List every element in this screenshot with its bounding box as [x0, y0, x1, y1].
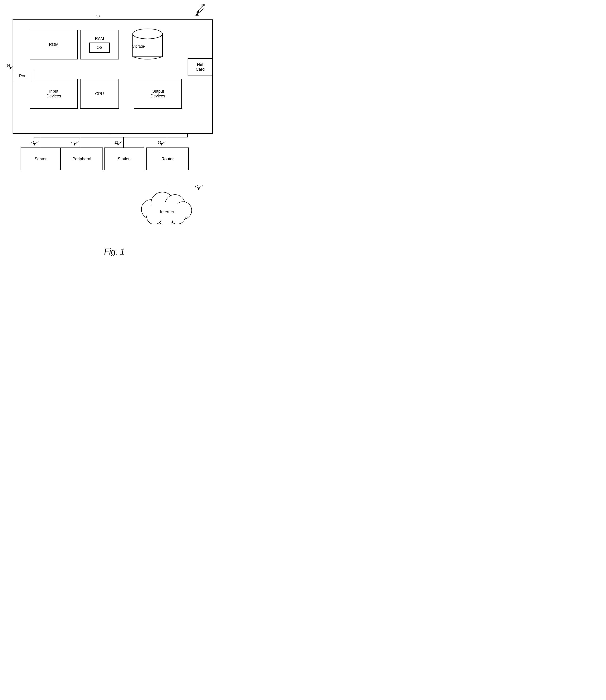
svg-marker-36 — [73, 143, 76, 145]
peripheral-box: Peripheral — [61, 147, 103, 170]
svg-marker-37 — [117, 143, 119, 145]
svg-point-41 — [133, 29, 162, 39]
svg-marker-39 — [197, 187, 200, 190]
fig-label: Fig. 1 — [80, 247, 149, 257]
diagram: 10 10 12 18 22 24 25 20 30 34 — [0, 0, 229, 264]
ref38-arrow — [159, 141, 168, 147]
rom-box: ROM — [30, 30, 78, 59]
port-box: Port — [13, 70, 33, 82]
internet-cloud: Internet — [133, 184, 197, 224]
svg-text:Storage: Storage — [132, 44, 145, 48]
ram-box: RAM OS — [80, 30, 119, 59]
port-label: Port — [19, 74, 26, 78]
storage-cylinder: Storage — [131, 27, 167, 61]
station-box: Station — [104, 147, 144, 170]
peripheral-label: Peripheral — [72, 156, 91, 162]
os-box: OS — [89, 43, 110, 53]
output-devices-label: Output Devices — [150, 89, 165, 99]
output-devices-box: Output Devices — [134, 79, 182, 108]
net-card-box: Net Card — [188, 58, 213, 75]
router-box: Router — [146, 147, 189, 170]
svg-text:Internet: Internet — [160, 210, 174, 214]
svg-marker-28 — [9, 67, 12, 69]
station-label: Station — [118, 156, 131, 162]
svg-marker-35 — [33, 143, 36, 145]
ref44-arrow — [72, 141, 81, 147]
rom-label: ROM — [49, 42, 59, 47]
ref10-label: 10 — [201, 3, 205, 7]
server-label: Server — [34, 156, 47, 162]
ref40-arrow — [196, 185, 205, 191]
input-devices-box: Input Devices — [30, 79, 78, 108]
net-card-label: Net Card — [195, 62, 205, 72]
ref42-arrow — [32, 141, 41, 147]
server-box: Server — [21, 147, 61, 170]
cpu-box: CPU — [80, 79, 119, 108]
router-label: Router — [161, 156, 173, 162]
os-label: OS — [96, 45, 102, 50]
cpu-label: CPU — [95, 92, 104, 96]
ram-label: RAM — [95, 37, 104, 41]
ref12b-arrow — [116, 141, 124, 147]
ref18-label: 18 — [96, 14, 100, 18]
svg-marker-38 — [160, 143, 163, 145]
input-devices-label: Input Devices — [46, 89, 61, 99]
